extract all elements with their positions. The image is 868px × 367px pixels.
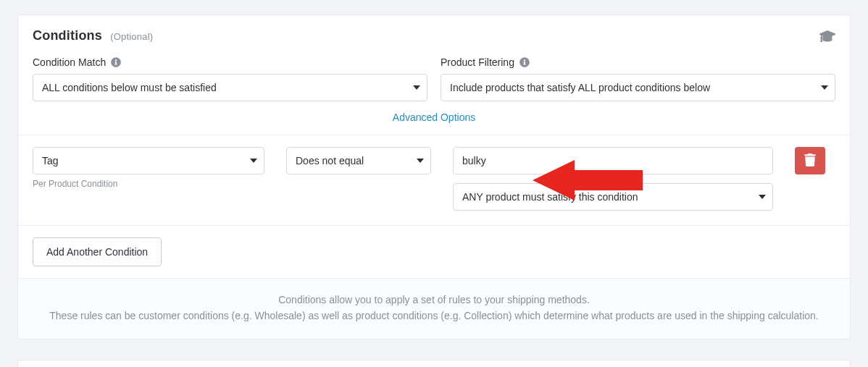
condition-match-select-wrap: ALL conditions below must be satisfied bbox=[33, 74, 427, 101]
conditions-help-line-1: Conditions allow you to apply a set of r… bbox=[47, 292, 821, 308]
condition-match-label: Condition Match bbox=[33, 56, 427, 68]
shipping-methods-card: Shipping Methods bbox=[17, 360, 851, 367]
condition-operator-cell: Does not equal bbox=[286, 147, 431, 174]
condition-match-col: Condition Match ALL conditions below mus… bbox=[33, 56, 427, 101]
condition-match-select[interactable]: ALL conditions below must be satisfied bbox=[33, 74, 427, 101]
per-product-condition-label: Per Product Condition bbox=[33, 179, 264, 189]
product-filtering-label: Product Filtering bbox=[441, 56, 835, 68]
condition-satisfy-select-wrap: ANY product must satisfy this condition bbox=[453, 183, 773, 211]
product-filtering-label-text: Product Filtering bbox=[441, 56, 514, 68]
condition-value-input[interactable] bbox=[453, 147, 773, 174]
match-filter-row: Condition Match ALL conditions below mus… bbox=[18, 46, 850, 101]
info-icon[interactable] bbox=[519, 57, 530, 67]
conditions-help-line-2: These rules can be customer conditions (… bbox=[47, 308, 821, 324]
condition-operator-select[interactable]: Does not equal bbox=[286, 147, 431, 174]
trash-icon bbox=[804, 153, 816, 169]
conditions-optional-label: (Optional) bbox=[110, 31, 153, 42]
add-another-condition-button[interactable]: Add Another Condition bbox=[33, 237, 162, 266]
condition-field-cell: Tag Per Product Condition bbox=[33, 147, 264, 189]
conditions-title-text: Conditions bbox=[33, 28, 102, 43]
advanced-options-link[interactable]: Advanced Options bbox=[393, 111, 475, 123]
conditions-help-footer: Conditions allow you to apply a set of r… bbox=[18, 278, 850, 339]
condition-field-select[interactable]: Tag bbox=[33, 147, 264, 174]
delete-condition-button[interactable] bbox=[795, 147, 825, 174]
product-filtering-col: Product Filtering Include products that … bbox=[441, 56, 835, 101]
condition-row: Tag Per Product Condition Does not equal… bbox=[18, 135, 850, 226]
conditions-card: Conditions (Optional) Condition Match AL… bbox=[17, 14, 851, 339]
condition-delete-cell bbox=[795, 147, 835, 174]
graduation-cap-icon[interactable] bbox=[819, 30, 835, 43]
condition-satisfy-select[interactable]: ANY product must satisfy this condition bbox=[453, 183, 773, 211]
product-filtering-select[interactable]: Include products that satisfy ALL produc… bbox=[441, 74, 835, 101]
shipping-methods-header: Shipping Methods bbox=[18, 360, 850, 367]
advanced-options-row: Advanced Options bbox=[18, 101, 850, 135]
product-filtering-select-wrap: Include products that satisfy ALL produc… bbox=[441, 74, 835, 101]
condition-operator-select-wrap: Does not equal bbox=[286, 147, 431, 174]
condition-field-select-wrap: Tag bbox=[33, 147, 264, 174]
condition-value-cell: ANY product must satisfy this condition bbox=[453, 147, 773, 211]
condition-match-label-text: Condition Match bbox=[33, 56, 106, 68]
conditions-title: Conditions (Optional) bbox=[33, 28, 153, 43]
info-icon[interactable] bbox=[111, 57, 121, 67]
add-condition-row: Add Another Condition bbox=[18, 226, 850, 278]
conditions-card-header: Conditions (Optional) bbox=[18, 15, 850, 46]
